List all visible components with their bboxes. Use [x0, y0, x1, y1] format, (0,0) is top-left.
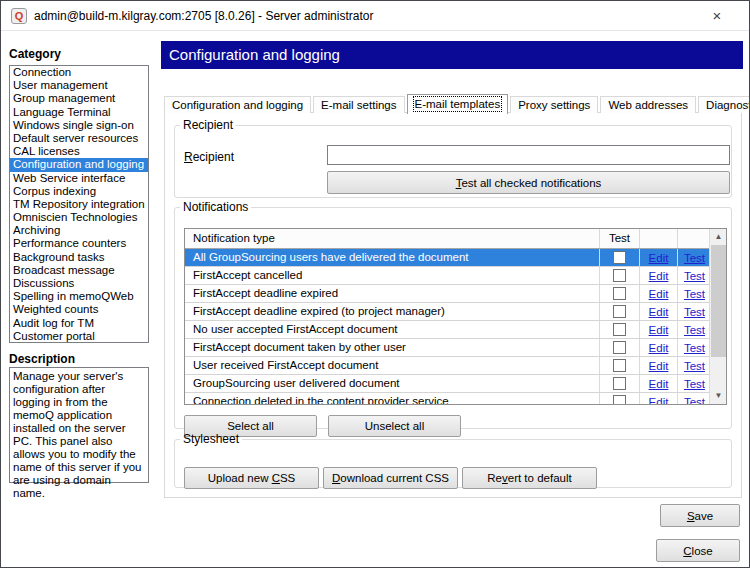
edit-link[interactable]: Edit — [649, 270, 669, 282]
scrollbar-thumb[interactable] — [711, 245, 726, 357]
edit-link[interactable]: Edit — [649, 252, 669, 264]
page-title-banner: Configuration and logging — [161, 41, 743, 69]
upload-new-css-button[interactable]: Upload new CSS — [184, 467, 319, 489]
edit-link[interactable]: Edit — [649, 396, 669, 406]
test-link-cell: Test — [678, 357, 711, 374]
test-checkbox[interactable] — [613, 377, 626, 390]
sidebar-item[interactable]: User management — [10, 79, 148, 92]
test-link-cell: Test — [678, 339, 711, 356]
test-link[interactable]: Test — [684, 378, 705, 390]
sidebar-item[interactable]: Weighted counts — [10, 303, 148, 316]
table-row[interactable]: FirstAccept cancelledEditTest — [185, 267, 726, 285]
notifications-table-header: Notification type Test — [185, 229, 726, 249]
test-cell — [600, 321, 640, 338]
test-link[interactable]: Test — [684, 306, 705, 318]
test-link[interactable]: Test — [684, 324, 705, 336]
test-checkbox[interactable] — [613, 269, 626, 282]
sidebar-item[interactable]: Windows single sign-on — [10, 119, 148, 132]
sidebar-item[interactable]: Background tasks — [10, 251, 148, 264]
tab-e-mail-settings[interactable]: E-mail settings — [313, 96, 404, 113]
test-link[interactable]: Test — [684, 270, 705, 282]
table-scrollbar[interactable]: ▲ ▼ — [709, 229, 726, 404]
test-checkbox[interactable] — [613, 341, 626, 354]
sidebar-item[interactable]: Broadcast message — [10, 264, 148, 277]
scroll-up-icon[interactable]: ▲ — [710, 229, 727, 245]
tab-label: Web addresses — [608, 99, 688, 111]
edit-link[interactable]: Edit — [649, 288, 669, 300]
sidebar-item[interactable]: Web Service interface — [10, 172, 148, 185]
test-link[interactable]: Test — [684, 360, 705, 372]
table-row[interactable]: FirstAccept deadline expired (to project… — [185, 303, 726, 321]
table-row[interactable]: FirstAccept document taken by other user… — [185, 339, 726, 357]
recipient-group-legend: Recipient — [180, 118, 236, 132]
test-link[interactable]: Test — [684, 396, 705, 406]
edit-link[interactable]: Edit — [649, 360, 669, 372]
stylesheet-group-legend: Stylesheet — [180, 432, 242, 446]
window-title: admin@build-m.kilgray.com:2705 [8.0.26] … — [34, 9, 373, 23]
sidebar-item[interactable]: CAL licenses — [10, 145, 148, 158]
notifications-rows: All GroupSourcing users have delivered t… — [185, 249, 726, 405]
category-listbox[interactable]: ConnectionUser managementGroup managemen… — [9, 65, 149, 343]
notification-type-cell: FirstAccept deadline expired — [185, 285, 600, 302]
edit-link[interactable]: Edit — [649, 306, 669, 318]
sidebar-item[interactable]: Group management — [10, 92, 148, 105]
sidebar-item[interactable]: Spelling in memoQWeb — [10, 290, 148, 303]
table-row[interactable]: All GroupSourcing users have delivered t… — [185, 249, 726, 267]
edit-link[interactable]: Edit — [649, 378, 669, 390]
table-row[interactable]: FirstAccept deadline expiredEditTest — [185, 285, 726, 303]
test-link-cell: Test — [678, 321, 711, 338]
sidebar-item[interactable]: Archiving — [10, 224, 148, 237]
sidebar-item[interactable]: Connection — [10, 66, 148, 79]
test-checkbox[interactable] — [613, 395, 626, 405]
test-link-cell: Test — [678, 303, 711, 320]
tab-e-mail-templates[interactable]: E-mail templates — [407, 94, 509, 114]
edit-cell: Edit — [640, 303, 678, 320]
sidebar-item[interactable]: Omniscien Technologies — [10, 211, 148, 224]
sidebar-item[interactable]: TM Repository integration — [10, 198, 148, 211]
download-current-css-button[interactable]: Download current CSS — [323, 467, 458, 489]
table-row[interactable]: No user accepted FirstAccept documentEdi… — [185, 321, 726, 339]
sidebar-item[interactable]: Default server resources — [10, 132, 148, 145]
test-checkbox[interactable] — [613, 305, 626, 318]
sidebar-item[interactable]: Language Terminal — [10, 106, 148, 119]
sidebar-item[interactable]: Performance counters — [10, 237, 148, 250]
tab-web-addresses[interactable]: Web addresses — [600, 96, 696, 113]
tab-diagnostic-downloads[interactable]: Diagnostic downloads — [698, 96, 750, 113]
close-button[interactable]: Close — [656, 539, 740, 562]
test-link[interactable]: Test — [684, 342, 705, 354]
test-link-cell: Test — [678, 249, 711, 266]
recipient-input[interactable] — [327, 145, 730, 165]
sidebar-item[interactable]: Discussions — [10, 277, 148, 290]
edit-link[interactable]: Edit — [649, 324, 669, 336]
test-link[interactable]: Test — [684, 252, 705, 264]
test-all-checked-notifications-button[interactable]: Test all checked notifications — [327, 171, 730, 194]
tab-configuration-and-logging[interactable]: Configuration and logging — [164, 96, 311, 113]
edit-cell: Edit — [640, 339, 678, 356]
sidebar-item[interactable]: Corpus indexing — [10, 185, 148, 198]
title-bar: Q admin@build-m.kilgray.com:2705 [8.0.26… — [1, 1, 749, 31]
test-cell — [600, 375, 640, 392]
recipient-group: Recipient Recipient Test all checked not… — [174, 118, 732, 198]
save-button[interactable]: Save — [660, 504, 740, 527]
test-checkbox[interactable] — [613, 359, 626, 372]
revert-to-default-button[interactable]: Revert to default — [462, 467, 597, 489]
scroll-down-icon[interactable]: ▼ — [710, 388, 727, 404]
tab-label: Configuration and logging — [172, 99, 303, 111]
sidebar-item[interactable]: Configuration and logging — [10, 158, 148, 171]
table-row[interactable]: GroupSourcing user delivered documentEdi… — [185, 375, 726, 393]
table-row[interactable]: Connection deleted in the content provid… — [185, 393, 726, 405]
test-checkbox[interactable] — [613, 287, 626, 300]
sidebar-item[interactable]: Audit log for TM — [10, 317, 148, 330]
table-row[interactable]: User received FirstAccept documentEditTe… — [185, 357, 726, 375]
sidebar-item[interactable]: Customer portal — [10, 330, 148, 343]
edit-cell: Edit — [640, 393, 678, 405]
window-close-icon[interactable]: × — [707, 7, 727, 25]
description-text: Manage your server's configuration after… — [9, 367, 149, 483]
test-link[interactable]: Test — [684, 288, 705, 300]
test-checkbox[interactable] — [613, 251, 626, 264]
test-link-cell: Test — [678, 375, 711, 392]
edit-link[interactable]: Edit — [649, 342, 669, 354]
test-checkbox[interactable] — [613, 323, 626, 336]
tab-proxy-settings[interactable]: Proxy settings — [510, 96, 598, 113]
test-link-column-header — [678, 229, 711, 248]
